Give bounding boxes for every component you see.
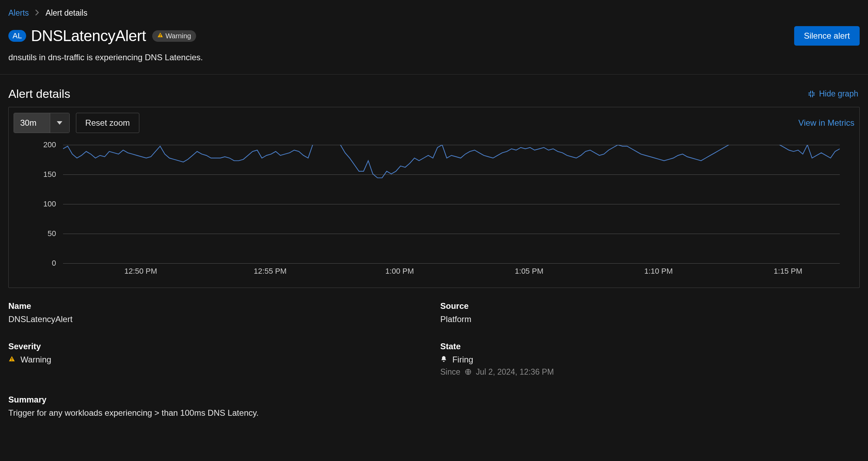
y-tick-label: 0 xyxy=(52,259,56,268)
y-tick-label: 50 xyxy=(48,229,56,238)
gridline xyxy=(63,204,840,204)
chart-area[interactable]: 050100150200 12:50 PM12:55 PM1:00 PM1:05… xyxy=(25,145,843,284)
page-title: DNSLatencyAlert xyxy=(31,27,146,45)
chart-panel: 30m Reset zoom View in Metrics 050100150… xyxy=(8,107,860,288)
breadcrumb-current: Alert details xyxy=(46,8,87,18)
y-tick-label: 150 xyxy=(43,170,56,179)
compress-icon xyxy=(808,90,815,98)
y-tick-label: 200 xyxy=(43,140,56,149)
breadcrumb-root-link[interactable]: Alerts xyxy=(8,8,29,18)
x-tick-label: 1:15 PM xyxy=(774,267,802,276)
breadcrumb: Alerts Alert details xyxy=(0,0,868,18)
reset-zoom-button[interactable]: Reset zoom xyxy=(76,113,139,133)
page-header: AL DNSLatencyAlert Warning Silence alert xyxy=(0,18,868,53)
x-tick-label: 12:55 PM xyxy=(254,267,287,276)
gridline xyxy=(63,174,840,175)
chevron-right-icon xyxy=(35,8,39,18)
x-axis-labels: 12:50 PM12:55 PM1:00 PM1:05 PM1:10 PM1:1… xyxy=(63,265,840,279)
hide-graph-toggle[interactable]: Hide graph xyxy=(808,89,858,99)
view-in-metrics-link[interactable]: View in Metrics xyxy=(798,118,854,128)
x-tick-label: 1:10 PM xyxy=(644,267,673,276)
caret-down-icon xyxy=(50,113,69,133)
silence-alert-button[interactable]: Silence alert xyxy=(794,26,860,46)
alert-type-badge: AL xyxy=(8,30,26,42)
svg-rect-2 xyxy=(11,358,12,360)
svg-rect-3 xyxy=(11,360,12,361)
warning-icon xyxy=(8,355,18,364)
time-range-select[interactable]: 30m xyxy=(14,113,70,133)
field-value: Trigger for any workloads experiencing >… xyxy=(8,408,426,418)
y-tick-label: 100 xyxy=(43,200,56,209)
gridline xyxy=(63,263,840,264)
severity-value: Warning xyxy=(21,355,51,364)
x-tick-label: 1:00 PM xyxy=(385,267,414,276)
chart-toolbar: 30m Reset zoom View in Metrics xyxy=(9,113,859,136)
section-header: Alert details Hide graph xyxy=(0,75,868,107)
time-range-value: 30m xyxy=(14,113,50,133)
svg-rect-1 xyxy=(160,36,161,37)
warning-icon xyxy=(157,32,163,40)
x-tick-label: 12:50 PM xyxy=(124,267,157,276)
y-axis-labels: 050100150200 xyxy=(25,145,60,263)
severity-pill-label: Warning xyxy=(165,32,191,40)
x-tick-label: 1:05 PM xyxy=(515,267,543,276)
gridline xyxy=(63,145,840,145)
section-title: Alert details xyxy=(8,87,70,101)
plot-area xyxy=(63,145,840,263)
hide-graph-label: Hide graph xyxy=(819,89,858,99)
severity-pill: Warning xyxy=(152,30,196,42)
alert-description: dnsutils in dns-traffic is experiencing … xyxy=(0,53,868,74)
gridline xyxy=(63,234,840,234)
svg-rect-0 xyxy=(160,34,161,36)
